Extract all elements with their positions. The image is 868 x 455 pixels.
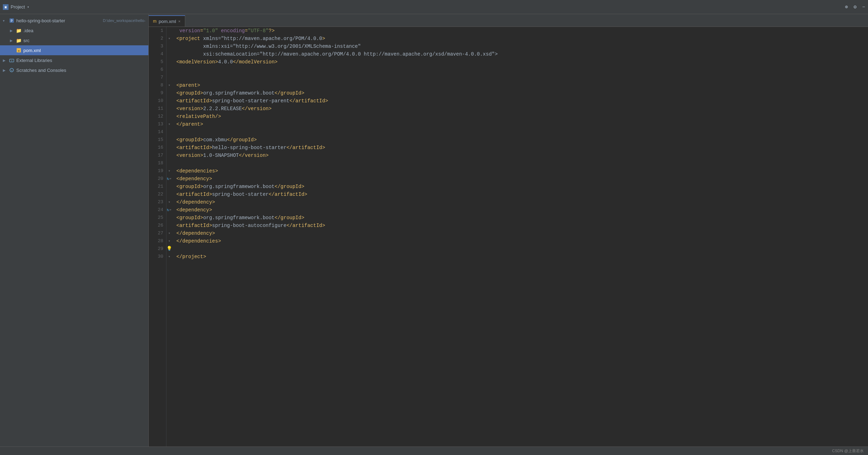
line-num-30: 30: [152, 253, 163, 261]
tab-bar: m pom.xml ×: [149, 14, 868, 27]
line-num-23: 23: [152, 198, 163, 206]
status-text: CSDN @上善若水: [832, 448, 864, 454]
code-line-3: xmlns:xsi="http://www.w3.org/2001/XMLSch…: [176, 42, 865, 50]
gutter-16: [166, 144, 172, 152]
line-num-28: 28: [152, 237, 163, 245]
code-line-7: [176, 74, 865, 81]
editor-content[interactable]: 1234567891011121314151617181920212223242…: [149, 27, 868, 447]
project-icon: ▣: [3, 4, 8, 10]
arrow-icon: ▶: [3, 68, 8, 72]
line-num-3: 3: [152, 42, 163, 50]
gutter-23[interactable]: ▾: [166, 198, 172, 206]
line-num-21: 21: [152, 183, 163, 190]
line-numbers: 1234567891011121314151617181920212223242…: [149, 27, 166, 447]
code-line-16: <artifactId>hello-spring-boot-starter</a…: [176, 144, 865, 152]
line-num-1: 1: [152, 27, 163, 35]
code-line-25: <groupId>org.springframework.boot</group…: [176, 214, 865, 222]
code-line-20: <dependency>: [176, 175, 865, 183]
code-line-19: <dependencies>: [176, 167, 865, 175]
code-line-2: <project xmlns="http://maven.apache.org/…: [176, 35, 865, 42]
sidebar-item-pom[interactable]: mpom.xml: [0, 45, 148, 55]
gutter-11: [166, 105, 172, 113]
sidebar-item-src[interactable]: ▶📁src: [0, 35, 148, 45]
sidebar-item-idea[interactable]: ▶📁.idea: [0, 25, 148, 35]
line-num-25: 25: [152, 214, 163, 222]
line-num-7: 7: [152, 74, 163, 81]
line-num-9: 9: [152, 89, 163, 97]
gutter: ▾▾▾▾↻▾▾↻▾▾▾💡▾: [166, 27, 174, 447]
code-line-23: </dependency>: [176, 198, 865, 206]
tab-label: pom.xml: [159, 19, 176, 24]
line-num-2: 2: [152, 35, 163, 42]
module-icon: P: [8, 17, 15, 24]
item-label: External Libraries: [16, 58, 146, 63]
gutter-3: [166, 42, 172, 50]
folder-icon: 📁: [16, 37, 22, 44]
code-line-1: version="1.0" encoding="UTF-8"?>: [176, 27, 865, 35]
line-num-12: 12: [152, 113, 163, 120]
item-label: pom.xml: [23, 48, 146, 53]
settings-btn[interactable]: ⚙: [853, 4, 856, 10]
code-line-22: <artifactId>spring-boot-starter</artifac…: [176, 190, 865, 198]
line-num-14: 14: [152, 128, 163, 136]
gutter-20[interactable]: ↻▾: [166, 175, 172, 183]
gutter-14: [166, 128, 172, 136]
svg-text:m: m: [18, 50, 19, 52]
code-line-10: <artifactId>spring-boot-starter-parent</…: [176, 97, 865, 105]
code-line-27: </dependency>: [176, 229, 865, 237]
gutter-22: [166, 190, 172, 198]
line-num-6: 6: [152, 66, 163, 74]
code-line-14: [176, 128, 865, 136]
sidebar-item-ext-libs[interactable]: ▶≡External Libraries: [0, 55, 148, 65]
arrow-icon: ▶: [10, 39, 16, 42]
code-line-17: <version>1.0-SNAPSHOT</version>: [176, 152, 865, 159]
tab-pom-xml[interactable]: m pom.xml ×: [149, 15, 185, 27]
gutter-15: [166, 136, 172, 144]
gutter-19[interactable]: ▾: [166, 167, 172, 175]
code-line-8: <parent>: [176, 81, 865, 89]
code-line-5: <modelVersion>4.0.0</modelVersion>: [176, 58, 865, 66]
gutter-9: [166, 89, 172, 97]
code-line-18: [176, 159, 865, 167]
gutter-8[interactable]: ▾: [166, 81, 172, 89]
code-line-11: <version>2.2.2.RELEASE</version>: [176, 105, 865, 113]
line-num-5: 5: [152, 58, 163, 66]
sidebar-item-scratches[interactable]: ▶>Scratches and Consoles: [0, 65, 148, 75]
gutter-24[interactable]: ↻▾: [166, 206, 172, 214]
svg-text:P: P: [11, 19, 13, 23]
svg-text:≡: ≡: [11, 59, 12, 62]
sidebar-item-root[interactable]: ▾Phello-spring-boot-starterD:\dev_worksp…: [0, 16, 148, 25]
gutter-30[interactable]: ▾: [166, 253, 172, 261]
title-bar-actions: ⊕ ⚙ −: [845, 4, 865, 10]
gutter-4: [166, 50, 172, 58]
ext-libs-icon: ≡: [8, 57, 15, 63]
code-line-26: <artifactId>spring-boot-autoconfigure</a…: [176, 222, 865, 229]
gutter-2[interactable]: ▾: [166, 35, 172, 42]
code-line-28: </dependencies>: [176, 237, 865, 245]
gutter-6: [166, 66, 172, 74]
gutter-27[interactable]: ▾: [166, 229, 172, 237]
main-layout: ▾Phello-spring-boot-starterD:\dev_worksp…: [0, 14, 868, 447]
code-line-24: <dependency>: [176, 206, 865, 214]
gutter-29[interactable]: 💡: [166, 245, 172, 253]
xml-icon: m: [16, 47, 22, 53]
line-num-19: 19: [152, 167, 163, 175]
line-num-4: 4: [152, 50, 163, 58]
gutter-17: [166, 152, 172, 159]
minimize-btn[interactable]: −: [862, 4, 865, 10]
line-num-18: 18: [152, 159, 163, 167]
code-area[interactable]: version="1.0" encoding="UTF-8"?><project…: [174, 27, 868, 447]
line-num-17: 17: [152, 152, 163, 159]
title-bar-left: ▣ Project ▾: [3, 4, 152, 10]
sidebar-tree: ▾Phello-spring-boot-starterD:\dev_worksp…: [0, 14, 148, 447]
svg-text:>: >: [11, 69, 13, 72]
line-num-10: 10: [152, 97, 163, 105]
line-num-16: 16: [152, 144, 163, 152]
gutter-13[interactable]: ▾: [166, 120, 172, 128]
path-hint: D:\dev_workspace\hello-: [103, 18, 146, 23]
project-dropdown-icon[interactable]: ▾: [27, 5, 29, 9]
gutter-28[interactable]: ▾: [166, 237, 172, 245]
tab-close-btn[interactable]: ×: [178, 19, 180, 23]
line-num-13: 13: [152, 120, 163, 128]
web-btn[interactable]: ⊕: [845, 4, 848, 10]
